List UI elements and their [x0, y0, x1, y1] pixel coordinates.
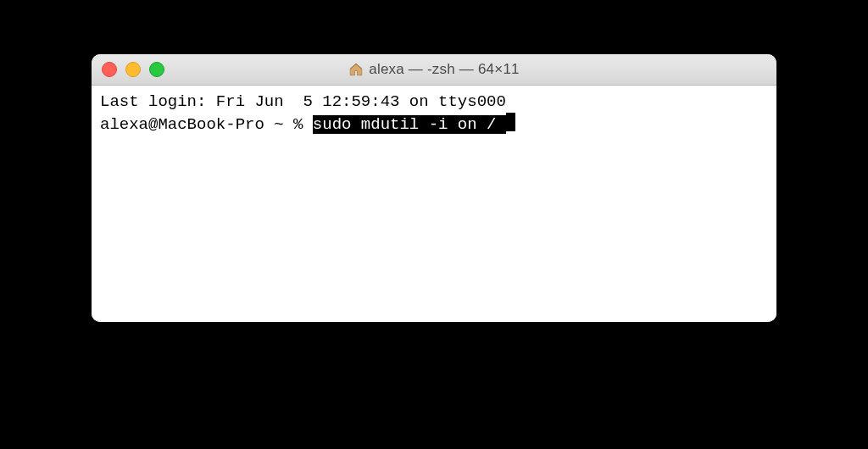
last-login-text: Last login: Fri Jun 5 12:59:43 on ttys00…	[100, 92, 506, 111]
text-cursor	[506, 113, 515, 131]
terminal-body[interactable]: Last login: Fri Jun 5 12:59:43 on ttys00…	[92, 86, 776, 322]
selection-trailing-space	[496, 115, 505, 134]
window-title: alexa — -zsh — 64×11	[348, 61, 519, 78]
home-icon	[348, 62, 364, 77]
zoom-button[interactable]	[149, 62, 164, 77]
traffic-lights	[102, 54, 164, 85]
close-button[interactable]	[102, 62, 117, 77]
window-title-text: alexa — -zsh — 64×11	[369, 61, 519, 78]
minimize-button[interactable]	[125, 62, 141, 77]
terminal-line: alexa@MacBook-Pro ~ % sudo mdutil -i on …	[100, 113, 768, 136]
window-titlebar[interactable]: alexa — -zsh — 64×11	[92, 54, 776, 86]
terminal-window: alexa — -zsh — 64×11 Last login: Fri Jun…	[92, 54, 776, 322]
terminal-line: Last login: Fri Jun 5 12:59:43 on ttys00…	[100, 91, 768, 113]
selected-command-text[interactable]: sudo mdutil -i on /	[313, 115, 497, 134]
shell-prompt: alexa@MacBook-Pro ~ %	[100, 115, 313, 134]
